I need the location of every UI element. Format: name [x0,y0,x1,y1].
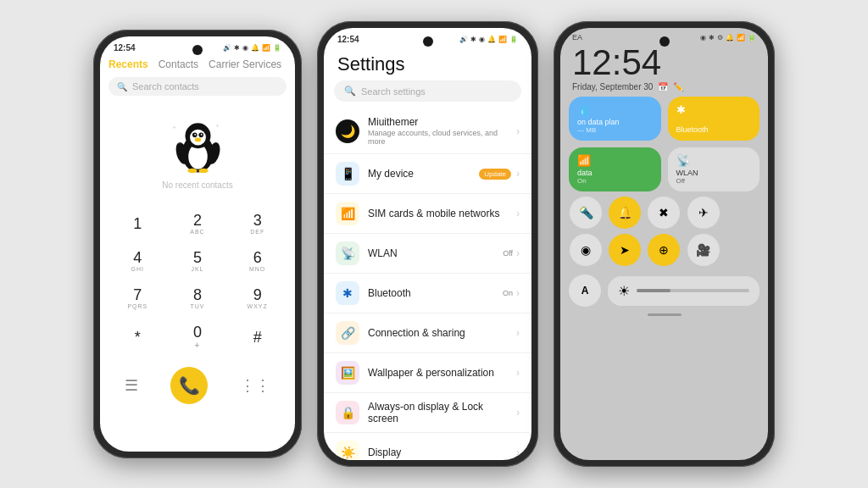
mydevice-text: My device [368,168,479,180]
dial-key-9[interactable]: 9WXYZ [228,280,287,316]
dial-grid: 1 2ABC 3DEF 4GHI 5JKL 6MNO 7PQRS 8TUV 9W… [100,202,295,360]
settings-search-bar[interactable]: 🔍 Search settings [334,80,521,102]
dnd-button[interactable]: 🔔 [609,197,641,229]
punch-hole-3 [659,36,670,47]
menu-icon[interactable]: ☰ [125,376,138,395]
dial-key-7[interactable]: 7PQRS [108,280,167,316]
edit-icon: ✏️ [673,82,683,92]
brightness-control[interactable]: ☀ [608,276,760,306]
chevron-icon: › [516,287,520,299]
svg-text:○: ○ [214,162,216,166]
dial-key-5[interactable]: 5JKL [169,243,227,279]
wallpaper-label: Wallpaper & personalization [368,367,516,379]
control-tiles-grid: 💧 on data plan — MB ✱ Bluetooth 📶 data O… [560,97,768,197]
dial-key-2[interactable]: 2ABC [169,206,227,241]
settings-item-mydevice[interactable]: 📱 My device Update › [324,154,531,194]
contacts-search-bar[interactable]: 🔍 Search contacts [108,77,287,96]
mydevice-label: My device [368,168,479,180]
punch-hole [192,45,203,55]
settings-item-wlan[interactable]: 📡 WLAN Off › [324,234,531,274]
tab-carrier[interactable]: Carrier Services [209,58,281,70]
dial-key-hash[interactable]: # [228,318,287,357]
wlan-text: WLAN [368,247,503,259]
phone-settings: 12:54 🔊✱◉🔔📶🔋 Settings 🔍 Search settings … [317,21,538,467]
focus-button[interactable]: ⊕ [648,234,680,266]
tabs-row: Recents Contacts Carrier Services [100,55,295,74]
big-clock: 12:54 [560,43,768,80]
wallpaper-icon: 🖼️ [336,361,359,385]
settings-item-miuithemer[interactable]: 🌙 Miuithemer Manage accounts, cloud serv… [324,108,531,154]
big-date: Friday, September 30 📅 ✏️ [560,80,768,97]
search-icon-settings: 🔍 [344,86,356,97]
tab-recents[interactable]: Recents [108,58,148,70]
data-tile-label: on data plan [577,118,653,126]
call-button[interactable]: 📞 [170,367,208,404]
connection-icon: 🔗 [336,321,359,345]
control-tile-wlan[interactable]: 📡 WLAN Off [668,147,760,191]
settings-item-bluetooth[interactable]: ✱ Bluetooth On › [324,274,531,313]
sim-text: SIM cards & mobile networks [368,208,516,219]
svg-point-8 [194,138,201,142]
dial-key-3[interactable]: 3DEF [228,206,287,241]
status-time-2: 12:54 [337,35,359,44]
mirroring-button[interactable]: ✖ [648,197,680,229]
brightness-fill [637,289,670,292]
home-indicator[interactable] [648,313,682,316]
bluetooth-label: Bluetooth [368,287,503,299]
dial-key-0[interactable]: 0+ [169,318,227,357]
status-icons-1: 🔊✱◉🔔📶🔋 [223,44,281,52]
dialer-art-area: + + · · ○ ○ No recent contacts [100,101,295,202]
status-icons-2: 🔊✱◉🔔📶🔋 [459,36,518,43]
wlan-status: Off [503,249,513,258]
settings-item-connection[interactable]: 🔗 Connection & sharing › [324,313,531,353]
wlan-tile-sub: Off [676,177,752,185]
wlan-icon: 📡 [336,241,359,265]
flashlight-button[interactable]: 🔦 [570,197,602,229]
aod-label: Always-on display & Lock screen [368,401,516,424]
data-tile-sub: — MB [577,126,653,134]
airplane-button[interactable]: ✈ [687,197,720,229]
svg-text:+: + [215,122,220,130]
svg-point-11 [187,169,197,174]
settings-item-sim[interactable]: 📶 SIM cards & mobile networks › [324,194,531,234]
carrier-label: EA [572,33,582,42]
calendar-icon: 📅 [658,82,668,92]
settings-item-display[interactable]: ☀️ Display › [324,433,531,460]
mdata-tile-icon: 📶 [577,154,653,167]
sim-label: SIM cards & mobile networks [368,208,516,219]
bottom-controls: A ☀ [560,271,768,310]
camera-button[interactable]: 🎥 [687,234,720,266]
settings-item-aod[interactable]: 🔒 Always-on display & Lock screen › [324,393,531,433]
aod-text: Always-on display & Lock screen [368,401,516,424]
wlan-label: WLAN [368,247,503,259]
brightness-bar[interactable] [637,289,749,292]
settings-item-wallpaper[interactable]: 🖼️ Wallpaper & personalization › [324,353,531,393]
rotation-button[interactable]: ◉ [570,234,602,266]
search-icon: 🔍 [117,82,127,92]
miuithemer-text: Miuithemer Manage accounts, cloud servic… [368,116,516,146]
wlan-tile-label: WLAN [676,169,752,177]
dial-key-1[interactable]: 1 [108,206,167,241]
control-tile-bluetooth[interactable]: ✱ Bluetooth [668,97,760,141]
dial-key-6[interactable]: 6MNO [228,243,287,279]
penguin-illustration: + + · · ○ ○ [166,114,230,177]
tab-contacts[interactable]: Contacts [159,58,198,70]
miuithemer-sub: Manage accounts, cloud services, and mor… [368,129,516,146]
dial-key-4[interactable]: 4GHI [108,243,167,279]
mdata-sub: On [577,177,653,185]
miuithemer-label: Miuithemer [368,116,516,128]
update-badge: Update [479,169,511,180]
display-icon: ☀️ [336,441,359,460]
autoplay-button[interactable]: A [569,274,601,307]
control-tile-data[interactable]: 💧 on data plan — MB [569,97,661,141]
sim-icon: 📶 [336,202,359,225]
control-tile-mobile-data[interactable]: 📶 data On [569,147,661,191]
cc-status-icons: ◉✱⚙🔔📶🔋 [700,34,756,42]
keypad-icon[interactable]: ⋮⋮ [240,376,270,395]
wallpaper-text: Wallpaper & personalization [368,367,516,379]
chevron-icon: › [516,446,520,458]
bt-tile-icon: ✱ [676,103,752,116]
dial-key-8[interactable]: 8TUV [169,280,227,316]
location-button[interactable]: ➤ [609,234,641,266]
dial-key-star[interactable]: * [108,318,167,357]
